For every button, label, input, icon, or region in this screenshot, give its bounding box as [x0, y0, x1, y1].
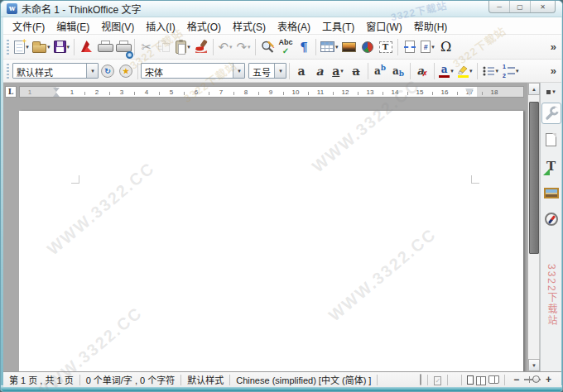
spelling-button[interactable]: Abc ✓	[277, 37, 295, 57]
page-break-button[interactable]	[401, 37, 419, 57]
dropdown-arrow-icon: ▾	[469, 68, 473, 74]
menu-help[interactable]: 帮助(H)	[408, 17, 454, 35]
sidebar-tab-strip: ▾ T	[540, 83, 561, 371]
sidebar-tab-styles[interactable]: T	[541, 155, 561, 177]
clear-formatting-button[interactable]: a ✗	[413, 61, 431, 81]
formatting-marks-button[interactable]: ¶	[295, 37, 313, 57]
redo-button[interactable]: ↷▾	[234, 37, 253, 57]
toolbar-overflow-button[interactable]: »	[551, 41, 556, 53]
subscript-button[interactable]: a b	[389, 61, 407, 81]
scrollbar-thumb[interactable]	[529, 102, 539, 254]
single-page-view-icon[interactable]	[467, 375, 474, 385]
indent-marker-right[interactable]	[465, 88, 474, 96]
bold-button[interactable]: a	[292, 61, 310, 81]
open-button[interactable]: ▾	[31, 37, 52, 57]
status-language[interactable]: Chinese (simplified) [中文 (简体) ]	[230, 373, 377, 386]
cut-button[interactable]: ✂	[137, 37, 156, 57]
combobox-dropdown-button[interactable]: ▾	[233, 64, 244, 78]
scrollbar-up-button[interactable]: ▲	[528, 83, 540, 95]
minimize-button[interactable]: ─	[489, 1, 510, 12]
menu-table[interactable]: 表格(A)	[272, 17, 316, 35]
insert-field-button[interactable]: #▾	[419, 37, 437, 57]
underline-button[interactable]: a▾	[329, 61, 347, 81]
toolbar-separator	[74, 39, 75, 55]
toolbar-separator	[137, 63, 138, 79]
new-document-button[interactable]: ▾	[12, 37, 31, 57]
menu-format[interactable]: 格式(O)	[181, 17, 227, 35]
close-button[interactable]: ✕	[531, 1, 555, 12]
vertical-scrollbar[interactable]: ▲ ▼	[527, 83, 540, 371]
subscript-base: a	[392, 65, 399, 77]
insert-image-button[interactable]	[340, 37, 358, 57]
menu-tools[interactable]: 工具(T)	[316, 17, 360, 35]
app-icon: w	[7, 3, 17, 14]
undo-arrow-icon: ↶	[218, 40, 229, 55]
copy-button[interactable]	[156, 37, 174, 57]
status-paragraph-style[interactable]: 默认样式	[181, 373, 229, 386]
ruler-number: 18	[486, 88, 503, 96]
special-character-button[interactable]: Ω	[437, 37, 455, 57]
combobox-dropdown-button[interactable]: ▾	[274, 64, 286, 78]
insert-chart-button[interactable]	[358, 37, 377, 57]
status-word-count[interactable]: 0 个单词/字 , 0 个字符	[80, 373, 181, 386]
status-page-count[interactable]: 第 1 页 , 共 1 页	[3, 373, 79, 386]
paragraph-style-combobox[interactable]: 默认样式 ▾	[12, 63, 99, 79]
maximize-button[interactable]: ▢	[510, 1, 531, 12]
menu-insert[interactable]: 插入(I)	[140, 17, 180, 35]
dropdown-arrow-icon: ▾	[516, 68, 519, 74]
ruler-number: 3	[113, 88, 130, 96]
sidebar-settings-button[interactable]: ▾	[546, 88, 556, 95]
sidebar-tab-gallery[interactable]	[541, 182, 561, 203]
highlight-color-button[interactable]: ▾	[455, 61, 474, 81]
menu-file[interactable]: 文件(F)	[7, 17, 51, 35]
save-button[interactable]: ▾	[52, 37, 72, 57]
bullet-list-button[interactable]: ▾	[480, 61, 501, 81]
numbered-list-button[interactable]: 1 2 ▾	[500, 61, 521, 81]
menu-styles[interactable]: 样式(S)	[227, 17, 272, 35]
print-button[interactable]	[95, 37, 113, 57]
document-page[interactable]	[19, 111, 523, 371]
status-selection-mode[interactable]	[414, 375, 427, 385]
ruler-tick	[258, 92, 259, 95]
toolbar-grip[interactable]	[6, 40, 10, 55]
print-preview-button[interactable]	[113, 37, 132, 57]
zoom-slider[interactable]	[524, 379, 541, 380]
italic-button[interactable]: a	[310, 61, 329, 81]
font-name-combobox[interactable]: 宋体 ▾	[141, 63, 245, 79]
insert-textbox-button[interactable]: T	[377, 37, 395, 57]
toolbar-overflow-button[interactable]: »	[551, 65, 556, 77]
menu-window[interactable]: 窗口(W)	[360, 17, 407, 35]
indent-marker-left[interactable]	[53, 88, 60, 97]
menu-view[interactable]: 视图(V)	[95, 17, 140, 35]
status-save-state[interactable]: ✓	[428, 375, 447, 385]
paste-button[interactable]: ▾	[174, 37, 192, 57]
new-document-icon	[14, 41, 25, 54]
new-style-button[interactable]: ★	[117, 61, 135, 81]
zoom-out-button[interactable]: −	[510, 374, 522, 385]
book-view-icon[interactable]	[488, 375, 499, 384]
horizontal-ruler[interactable]: 1 123456789101112131415161718	[19, 86, 524, 98]
toolbar-separator	[255, 39, 256, 55]
update-style-button[interactable]: ↻	[99, 61, 117, 81]
combobox-dropdown-button[interactable]: ▾	[86, 64, 98, 78]
font-size-combobox[interactable]: 五号 ▾	[248, 63, 286, 79]
scrollbar-down-button[interactable]: ▼	[528, 359, 540, 371]
sidebar-tab-properties[interactable]	[541, 103, 561, 124]
toolbar-grip[interactable]	[6, 64, 10, 79]
undo-button[interactable]: ↶▾	[216, 37, 234, 57]
menu-edit[interactable]: 编辑(E)	[51, 17, 95, 35]
superscript-button[interactable]: a b	[371, 61, 389, 81]
font-color-button[interactable]: a ▾	[437, 61, 455, 81]
zoom-slider-knob[interactable]	[532, 375, 540, 383]
find-replace-button[interactable]	[258, 37, 277, 57]
insert-table-button[interactable]: ▾	[319, 37, 340, 57]
strikethrough-button[interactable]: a	[347, 61, 365, 81]
sidebar-tab-navigator[interactable]	[541, 208, 561, 230]
ruler-number: 16	[436, 88, 453, 96]
tab-stop-selector[interactable]: L	[5, 86, 17, 98]
sidebar-tab-page[interactable]	[541, 129, 561, 151]
clone-formatting-button[interactable]	[192, 37, 210, 57]
export-pdf-button[interactable]	[77, 37, 95, 57]
multi-page-view-icon[interactable]	[476, 375, 486, 385]
zoom-in-button[interactable]: +	[542, 374, 555, 385]
